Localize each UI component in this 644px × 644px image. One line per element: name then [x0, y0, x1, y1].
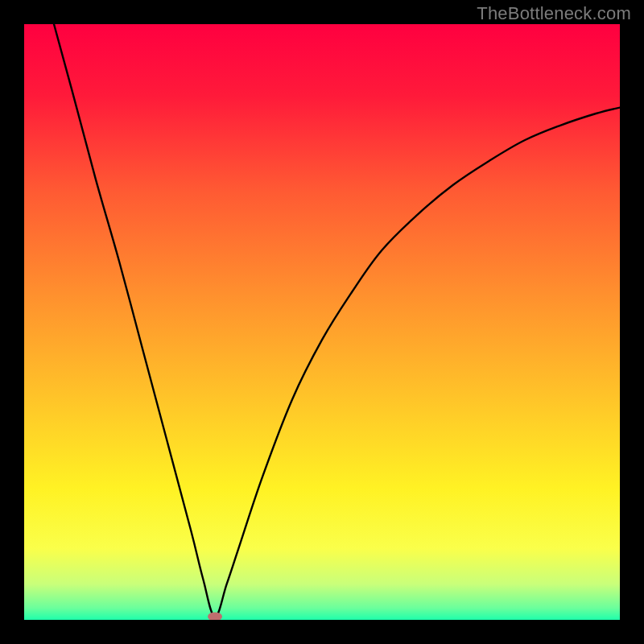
plot-area [24, 24, 620, 620]
bottleneck-curve [24, 24, 620, 620]
chart-container: TheBottleneck.com [0, 0, 644, 644]
optimal-point-marker [208, 613, 222, 620]
watermark-text: TheBottleneck.com [477, 3, 631, 24]
